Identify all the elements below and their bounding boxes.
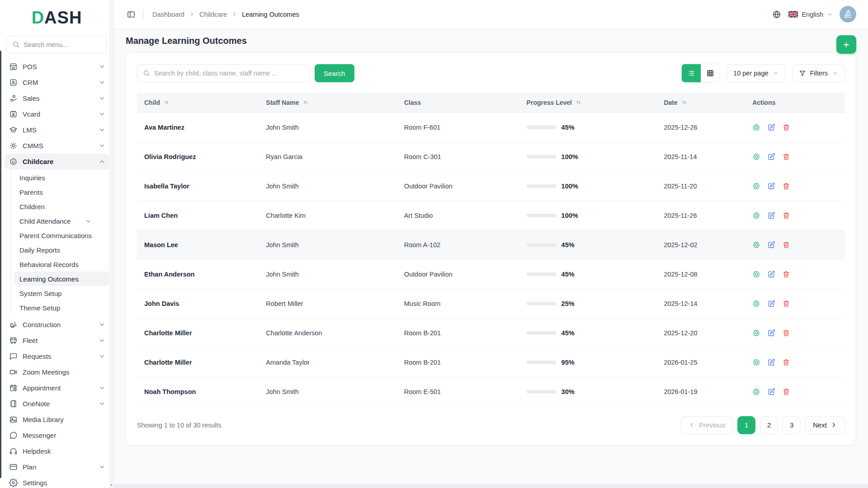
sidebar-item-crm[interactable]: CRM — [5, 75, 109, 90]
page-button-3[interactable]: 3 — [783, 416, 801, 434]
sidebar-item-appointment[interactable]: Appointment — [5, 380, 109, 396]
view-button[interactable] — [752, 241, 760, 249]
page-button-1[interactable]: 1 — [737, 416, 755, 434]
horizontal-scrollbar-track[interactable] — [114, 484, 868, 488]
search-button[interactable]: Search — [315, 64, 354, 82]
delete-button[interactable] — [782, 211, 790, 220]
delete-button[interactable] — [782, 153, 790, 161]
sidebar-scrollbar-track[interactable]: ▾ — [109, 0, 113, 488]
image-icon — [9, 415, 18, 424]
edit-button[interactable] — [767, 358, 775, 366]
column-header-date[interactable]: Date — [656, 93, 745, 113]
sidebar-item-requests[interactable]: Requests — [5, 348, 109, 364]
language-selector[interactable]: English — [788, 11, 833, 18]
column-header-child[interactable]: Child — [137, 93, 259, 113]
sidebar-toggle-button[interactable] — [126, 9, 137, 20]
edit-button[interactable] — [767, 388, 775, 396]
breadcrumb-item-childcare[interactable]: Childcare — [199, 11, 227, 18]
sidebar-item-plan[interactable]: Plan — [5, 459, 109, 475]
edit-pencil-icon — [767, 300, 775, 308]
delete-button[interactable] — [782, 241, 790, 249]
breadcrumb-item-dashboard[interactable]: Dashboard — [152, 11, 184, 18]
sidebar-left-scrollbar-thumb[interactable] — [0, 51, 1, 478]
bus-icon — [9, 336, 18, 345]
delete-button[interactable] — [782, 300, 790, 308]
view-button[interactable] — [752, 300, 760, 308]
view-button[interactable] — [752, 329, 760, 337]
edit-button[interactable] — [767, 241, 775, 249]
search-icon — [12, 41, 20, 48]
sidebar-item-lms[interactable]: LMS — [5, 122, 109, 138]
search-icon — [143, 70, 150, 77]
page-button-2[interactable]: 2 — [760, 416, 778, 434]
edit-button[interactable] — [767, 182, 775, 190]
previous-page-button[interactable]: Previous — [681, 416, 733, 434]
sidebar-search-input[interactable] — [24, 41, 101, 48]
view-button[interactable] — [752, 123, 760, 131]
sidebar-subitem-system-setup[interactable]: System Setup — [14, 286, 109, 300]
sidebar-subitem-children[interactable]: Children — [14, 199, 109, 214]
sidebar-subitem-daily-reports[interactable]: Daily Reports — [14, 243, 109, 257]
delete-button[interactable] — [782, 329, 790, 337]
sidebar-item-label: LMS — [23, 126, 37, 134]
sidebar-subitem-inquiries[interactable]: Inquiries — [14, 170, 109, 185]
edit-button[interactable] — [767, 211, 775, 220]
sidebar-search[interactable] — [6, 36, 107, 53]
sidebar-item-onenote[interactable]: OneNote — [5, 396, 109, 412]
grid-view-button[interactable] — [701, 64, 720, 82]
sort-icon[interactable] — [575, 99, 582, 106]
view-button[interactable] — [752, 388, 760, 396]
cell-progress: 95% — [519, 347, 657, 377]
sidebar-subitem-theme-setup[interactable]: Theme Setup — [14, 300, 109, 315]
delete-button[interactable] — [782, 182, 790, 190]
sidebar-item-pos[interactable]: POS — [5, 59, 109, 75]
sort-icon[interactable] — [681, 99, 688, 106]
list-view-button[interactable] — [682, 64, 701, 82]
sidebar-item-fleet[interactable]: Fleet — [5, 333, 109, 348]
edit-button[interactable] — [767, 123, 775, 131]
delete-button[interactable] — [782, 270, 790, 278]
sidebar-item-media-library[interactable]: Media Library — [5, 412, 109, 427]
view-button[interactable] — [752, 182, 760, 190]
edit-button[interactable] — [767, 270, 775, 278]
view-button[interactable] — [752, 211, 760, 220]
sidebar-item-settings[interactable]: Settings — [5, 475, 109, 488]
sidebar-item-sales[interactable]: Sales — [5, 90, 109, 106]
add-learning-outcome-button[interactable] — [836, 35, 856, 54]
sort-icon[interactable] — [163, 99, 170, 106]
edit-button[interactable] — [767, 153, 775, 161]
sidebar-item-cmms[interactable]: CMMS — [5, 138, 109, 154]
cell-actions — [745, 230, 845, 259]
column-header-progress-level[interactable]: Progress Level — [519, 93, 657, 113]
view-button[interactable] — [752, 270, 760, 278]
per-page-select[interactable]: 10 per page — [726, 64, 785, 82]
sidebar-subitem-parents[interactable]: Parents — [14, 185, 109, 199]
edit-button[interactable] — [767, 329, 775, 337]
globe-icon[interactable] — [771, 9, 782, 20]
view-button[interactable] — [752, 153, 760, 161]
view-button[interactable] — [752, 358, 760, 366]
sidebar-item-helpdesk[interactable]: Helpdesk — [5, 443, 109, 459]
edit-button[interactable] — [767, 300, 775, 308]
delete-button[interactable] — [782, 388, 790, 396]
scrollbar-down-arrow-icon[interactable]: ▾ — [110, 483, 113, 487]
sidebar-item-zoom-meetings[interactable]: Zoom Meetings — [5, 364, 109, 380]
sidebar-item-childcare[interactable]: Childcare — [5, 154, 109, 169]
sidebar-subitem-behavioral-records[interactable]: Behavioral Records — [14, 257, 109, 272]
sidebar-item-messenger[interactable]: Messenger — [5, 427, 109, 443]
next-page-button[interactable]: Next — [805, 416, 845, 434]
sidebar-subitem-child-attendance[interactable]: Child Attendance — [14, 214, 109, 228]
sidebar-item-construction[interactable]: Construction — [5, 317, 109, 333]
sort-icon[interactable] — [302, 99, 309, 106]
table-search[interactable] — [137, 64, 310, 82]
app-logo[interactable]: DASH — [0, 8, 113, 28]
filters-button[interactable]: Filters — [792, 64, 845, 82]
column-header-staff-name[interactable]: Staff Name — [259, 93, 396, 113]
sidebar-subitem-parent-communications[interactable]: Parent Communications — [14, 228, 109, 243]
delete-button[interactable] — [782, 358, 790, 366]
sidebar-subitem-learning-outcomes[interactable]: Learning Outcomes — [14, 272, 109, 286]
table-search-input[interactable] — [154, 70, 304, 77]
sidebar-item-vcard[interactable]: Vcard — [5, 106, 109, 122]
delete-button[interactable] — [782, 123, 790, 131]
avatar[interactable] — [840, 6, 856, 23]
